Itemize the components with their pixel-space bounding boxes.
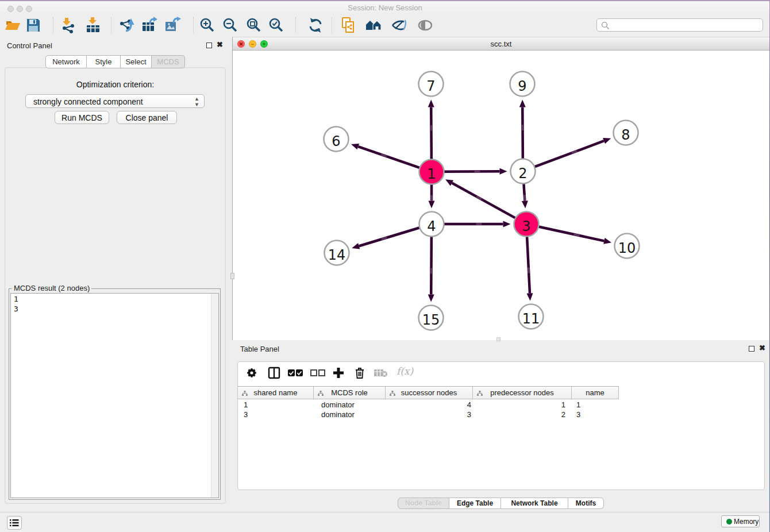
edge-1-6[interactable] [358,147,419,168]
window-title: Session: New Session [0,3,770,12]
task-history-button[interactable] [7,516,22,530]
edge-3-1[interactable] [452,183,515,218]
edge-2-8[interactable] [534,141,604,167]
mcds-result-title: MCDS result (2 nodes) [12,284,91,292]
graph-node-label-15: 15 [422,312,440,328]
table-panel-float-icon[interactable] [749,346,754,352]
control-tab-mcds[interactable]: MCDS [152,55,185,68]
edge-3-10[interactable] [538,227,604,241]
zoom-fit-icon[interactable] [245,17,263,34]
memory-button[interactable]: Memory [721,515,760,527]
edge-arrow-1-2 [499,168,507,175]
zoom-out-icon[interactable] [222,17,239,34]
table-tab-motifs[interactable]: Motifs [568,498,604,509]
edge-4-14[interactable] [359,228,420,246]
zoom-in-icon[interactable] [199,17,216,34]
edge-4-15[interactable] [431,236,432,294]
hide-handler-icon[interactable] [391,17,408,34]
column-header-MCDS-role[interactable]: MCDS role [314,387,386,399]
edge-arrow-4-3 [503,221,511,228]
run-mcds-button[interactable]: Run MCDS [55,111,109,124]
table-row-3[interactable]: 3dominator323 [238,410,619,420]
table-settings-icon[interactable] [245,367,258,381]
table-tab-edge-table[interactable]: Edge Table [449,498,501,509]
control-tab-style[interactable]: Style [87,55,121,68]
edge-handle-1-2[interactable] [474,171,480,173]
save-session-icon[interactable] [25,17,42,34]
graph-node-label-4: 4 [427,218,436,234]
criterion-select[interactable]: strongly connected component ▲▼ [25,94,205,108]
delete-table-icon[interactable] [374,369,388,380]
control-panel: Control Panel ✖ NetworkStyleSelectMCDS O… [0,36,232,512]
toolbar-separator [193,17,194,33]
control-tab-select[interactable]: Select [121,55,152,68]
column-header-name[interactable]: name [572,387,619,399]
zoom-selected-icon[interactable] [268,17,285,34]
table-tab-network-table[interactable]: Network Table [501,498,568,509]
open-session-icon[interactable] [4,17,21,34]
export-table-icon[interactable] [141,17,158,34]
show-view-icon[interactable] [417,17,434,34]
export-network-icon[interactable] [118,17,135,34]
refresh-icon[interactable] [307,17,324,34]
edge-handle-2-3[interactable] [523,195,526,201]
edge-3-11[interactable] [527,236,530,293]
edge-handle-4-3[interactable] [476,223,482,225]
edge-arrow-2-3 [522,201,528,208]
cell-name: 3 [572,410,619,420]
function-builder-icon[interactable]: f(x) [396,365,413,377]
network-view-window: ✕ − + scc.txt 7968124314101511 [232,37,769,340]
edge-handle-1-7[interactable] [430,125,433,130]
mcds-result-box: MCDS result (2 nodes) 1 3 [9,288,221,500]
edge-handle-4-15[interactable] [430,268,433,273]
deselect-all-icon[interactable] [310,369,325,379]
graph-node-label-2: 2 [518,165,527,182]
close-panel-button[interactable]: Close panel [117,111,177,124]
network-window-titlebar: ✕ − + scc.txt [233,37,769,51]
cell-successor-nodes: 4 [386,400,473,410]
edge-handle-1-4[interactable] [430,195,433,201]
graph-node-label-8: 8 [621,127,630,143]
control-tab-network[interactable]: Network [45,55,87,68]
toolbar-separator [53,17,53,33]
mcds-result-text[interactable]: 1 3 [10,293,219,498]
edge-1-7[interactable] [431,107,432,159]
edge-handle-3-11[interactable] [528,267,530,273]
import-table-icon[interactable] [84,17,102,34]
export-image-icon[interactable] [164,17,181,34]
select-all-icon[interactable] [288,369,303,379]
delete-column-icon[interactable] [353,367,366,381]
add-column-icon[interactable] [332,367,345,381]
copy-view-icon[interactable] [340,17,357,34]
graph-node-label-7: 7 [426,78,435,94]
edge-1-2[interactable] [444,171,499,172]
graph-node-label-9: 9 [518,78,526,94]
control-panel-close-icon[interactable]: ✖ [217,40,223,49]
table-panel-close-icon[interactable]: ✖ [759,344,765,352]
column-header-shared-name[interactable]: shared name [238,387,314,399]
edge-handle-2-9[interactable] [522,125,524,130]
table-row-1[interactable]: 1dominator411 [238,400,619,410]
import-network-icon[interactable] [60,17,77,34]
edge-2-9[interactable] [522,107,523,159]
column-header-successor-nodes[interactable]: successor nodes [386,387,473,399]
home-view-icon[interactable] [365,17,382,34]
window-titlebar: Session: New Session [0,0,770,15]
table-tab-node-table[interactable]: Node Table [398,498,449,509]
cell-MCDS-role: dominator [314,410,386,420]
show-columns-icon[interactable] [268,367,280,381]
network-canvas[interactable]: 7968124314101511 [233,51,769,340]
graph-node-label-10: 10 [618,240,636,256]
table-panel-title: Table Panel [240,345,279,353]
search-input[interactable] [596,18,763,32]
edge-arrow-1-4 [429,201,435,209]
edge-arrow-3-10 [603,238,611,244]
mcds-result-scrollbar[interactable] [211,294,218,498]
edge-arrow-1-7 [428,99,434,107]
panel-splitter-handle[interactable] [230,273,234,279]
graph-node-label-3: 3 [522,218,530,234]
control-panel-float-icon[interactable] [206,43,212,48]
column-header-predecessor-nodes[interactable]: predecessor nodes [473,387,572,399]
cell-predecessor-nodes: 2 [473,410,572,420]
window-resize-handle[interactable] [496,337,500,341]
